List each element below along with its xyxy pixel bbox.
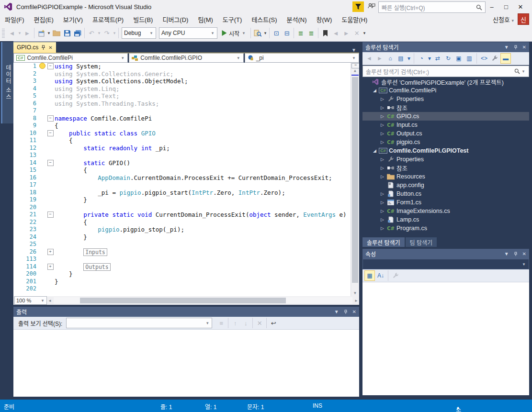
code-line-202[interactable]: 202 (13, 285, 359, 293)
se-home-icon[interactable]: ⌂ (385, 54, 395, 63)
uncomment-icon[interactable]: ⊟ (282, 28, 292, 38)
type-navigator-combobox[interactable]: Comfile.ComfilePi.GPIO▾ (129, 53, 243, 63)
code-line-201[interactable]: 201} (13, 278, 359, 286)
find-in-files-icon[interactable] (252, 28, 263, 38)
code-line-11[interactable]: 11 { (13, 137, 359, 145)
editor-split-handle[interactable]: ═ (351, 63, 359, 68)
collapse-region-icon[interactable]: − (46, 211, 55, 219)
toolbar-grip[interactable] (2, 28, 5, 38)
properties-object-combobox[interactable]: ▾ (362, 259, 529, 269)
menu-item-9[interactable]: 분석(N) (282, 13, 312, 25)
tree-item-gpio.cs[interactable]: ▷C#GPIO.cs (362, 112, 529, 121)
tab-close-icon[interactable]: ✕ (48, 45, 52, 50)
window-position-dropdown-icon[interactable]: ▼ (334, 309, 339, 314)
output-panel-header[interactable]: 출력 ▼ ✕ (13, 307, 359, 317)
close-icon[interactable]: ✕ (522, 45, 526, 50)
comment-icon[interactable]: ⊡ (271, 28, 282, 38)
horizontal-scroll-thumb[interactable] (80, 298, 286, 303)
tree-item-imageextensions.cs[interactable]: ▷C#ImageExtensions.cs (362, 207, 529, 215)
out-prev-message-icon[interactable]: ↑ (230, 318, 240, 328)
undo-icon[interactable]: ↶ (86, 28, 97, 38)
code-line-18[interactable]: 18 _pi = pigpio.pigpio_start(IntPtr.Zero… (13, 189, 359, 197)
collapsed-chevron-icon[interactable]: ▷ (380, 166, 385, 170)
vertical-scroll-thumb[interactable] (352, 77, 358, 283)
data-sources-vertical-tab[interactable]: 데이터 소스 (1, 42, 14, 123)
collapsed-region-inputs[interactable]: Inputs (83, 248, 107, 256)
maximize-button[interactable]: □ (499, 1, 513, 12)
tree-item-output.cs[interactable]: ▷C#Output.cs (362, 129, 529, 138)
feedback-icon[interactable] (368, 2, 375, 10)
collapsed-region-outputs[interactable]: Outputs (83, 263, 110, 271)
scroll-up-icon[interactable]: ▲ (351, 68, 359, 73)
se-filter-dropdown[interactable]: ▾ (427, 54, 432, 63)
properties-content[interactable] (362, 282, 529, 395)
document-tab-gpio[interactable]: GPIO.cs ✕ (13, 42, 56, 53)
collapsed-chevron-icon[interactable]: ▷ (380, 122, 385, 127)
tree-item-pigpio.cs[interactable]: ▷C#pigpio.cs (362, 138, 529, 146)
collapse-region-icon[interactable]: − (46, 115, 55, 122)
editor-zoom-combobox[interactable]: 100 %▾ (14, 296, 47, 305)
tree-item-button.cs[interactable]: ▷Button.cs (362, 189, 529, 198)
se-collapse-all-icon[interactable]: ▣ (454, 54, 464, 63)
close-icon[interactable]: ✕ (352, 309, 356, 314)
prev-bookmark-icon[interactable]: ◄ (330, 28, 341, 38)
menu-item-10[interactable]: 창(W) (312, 13, 337, 25)
code-editor[interactable]: 1−using System;2using System.Collections… (13, 63, 359, 296)
panel-tab-team-explorer[interactable]: 팀 탐색기 (406, 237, 437, 247)
code-line-1[interactable]: 1−using System; (13, 63, 359, 70)
scroll-down-icon[interactable]: ▼ (351, 291, 359, 295)
user-avatar[interactable]: 신 (518, 13, 529, 25)
menu-item-4[interactable]: 빌드(B) (128, 13, 158, 25)
menu-item-6[interactable]: 팀(M) (193, 13, 217, 25)
se-forward-icon[interactable]: ► (375, 54, 385, 63)
code-line-200[interactable]: 200 } (13, 270, 359, 278)
code-line-7[interactable]: 7 (13, 107, 359, 115)
se-wrench-icon[interactable] (490, 54, 499, 63)
code-line-21[interactable]: 21− private static void CurrentDomain_Pr… (13, 211, 359, 219)
menu-item-1[interactable]: 편집(E) (29, 13, 58, 25)
pin-icon[interactable] (514, 252, 518, 256)
increase-indent-icon[interactable]: ≣ (306, 28, 317, 38)
collapsed-chevron-icon[interactable]: ▷ (380, 191, 385, 196)
code-line-3[interactable]: 3using System.Collections.ObjectModel; (13, 78, 359, 85)
collapsed-chevron-icon[interactable]: ▷ (380, 131, 385, 136)
out-clear-all-icon[interactable]: ✕ (254, 318, 265, 328)
tree-item-comfile.comfilepi[interactable]: ◢C#Comfile.ComfilePi (362, 86, 529, 95)
pin-icon[interactable] (344, 310, 348, 314)
undo-dropdown[interactable]: ▾ (97, 28, 102, 38)
tree-item-lamp.cs[interactable]: ▷Lamp.cs (362, 215, 529, 224)
code-line-16[interactable]: 16 AppDomain.CurrentDomain.ProcessExit +… (13, 174, 359, 182)
se-switch-views-icon[interactable]: ▤ (396, 54, 406, 63)
minimize-button[interactable]: – (485, 1, 499, 12)
menu-item-8[interactable]: 테스트(S) (247, 13, 282, 25)
tree-item-program.cs[interactable]: ▷C#Program.cs (362, 224, 529, 233)
output-source-combobox[interactable]: ▾ (66, 318, 212, 328)
code-line-19[interactable]: 19 } (13, 196, 359, 204)
tree-item-form1.cs[interactable]: ▷Form1.cs (362, 198, 529, 207)
out-next-message-icon[interactable]: ↓ (240, 318, 251, 328)
menu-item-2[interactable]: 보기(V) (58, 13, 88, 25)
se-preview-selected-icon[interactable]: ▬ (500, 53, 511, 64)
open-file-icon[interactable] (51, 28, 62, 38)
code-line-14[interactable]: 14− static GPIO() (13, 159, 359, 167)
output-content[interactable] (13, 330, 359, 397)
code-line-114[interactable]: 114+ Outputs (13, 263, 359, 271)
expand-region-icon[interactable]: + (46, 248, 55, 256)
solution-explorer-search[interactable]: 솔루션 탐색기 검색(Ctrl+;) ▾ (362, 66, 529, 77)
collapsed-chevron-icon[interactable]: ▷ (380, 217, 385, 222)
collapsed-chevron-icon[interactable]: ▷ (380, 226, 385, 231)
tree-item-resources[interactable]: ▷Resources (362, 172, 529, 181)
editor-horizontal-scrollbar[interactable] (54, 297, 352, 304)
collapse-region-icon[interactable]: − (46, 63, 55, 70)
close-icon[interactable]: ✕ (522, 251, 526, 256)
code-line-2[interactable]: 2using System.Collections.Generic; (13, 70, 359, 78)
expand-region-icon[interactable]: + (46, 263, 55, 271)
tree-item-app.config[interactable]: app.config (362, 181, 529, 189)
tree-item--[interactable]: ▷참조 (362, 103, 529, 112)
menu-item-5[interactable]: 디버그(D) (158, 13, 193, 25)
out-word-wrap-icon[interactable]: ↩ (268, 318, 279, 328)
props-property-pages-icon[interactable] (391, 271, 400, 280)
project-navigator-combobox[interactable]: C# Comfile.ComfilePi▾ (13, 53, 128, 63)
code-line-13[interactable]: 13 (13, 152, 359, 159)
solution-explorer-header[interactable]: 솔루션 탐색기 ▼ ✕ (362, 42, 529, 52)
